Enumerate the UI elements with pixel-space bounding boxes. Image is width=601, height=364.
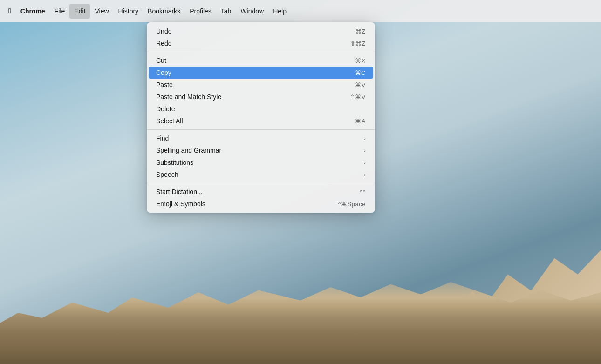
paste-shortcut: ⌘V (355, 81, 366, 88)
undo-label: Undo (156, 27, 171, 35)
copy-menu-item[interactable]: Copy ⌘C (149, 67, 373, 79)
separator-2 (147, 129, 375, 130)
find-label: Find (156, 135, 169, 142)
window-menu-item[interactable]: Window (236, 4, 268, 19)
spelling-submenu-arrow: › (364, 148, 366, 153)
cut-label: Cut (156, 57, 166, 64)
delete-label: Delete (156, 105, 175, 113)
dictation-label: Start Dictation... (156, 188, 203, 195)
speech-submenu-arrow: › (364, 172, 366, 177)
desktop:  Chrome File Edit View History Bookmark… (0, 0, 601, 364)
redo-menu-item[interactable]: Redo ⇧⌘Z (149, 37, 373, 49)
substitutions-label: Substitutions (156, 159, 193, 166)
redo-label: Redo (156, 40, 171, 47)
paste-match-shortcut: ⇧⌘V (350, 94, 366, 101)
delete-menu-item[interactable]: Delete (149, 103, 373, 115)
chrome-menu-item[interactable]: Chrome (16, 4, 50, 19)
substitutions-menu-item[interactable]: Substitutions › (149, 156, 373, 169)
emoji-label: Emoji & Symbols (156, 200, 205, 208)
menubar:  Chrome File Edit View History Bookmark… (0, 0, 601, 22)
separator-3 (147, 183, 375, 183)
spelling-menu-item[interactable]: Spelling and Grammar › (149, 144, 373, 156)
file-menu-item[interactable]: File (50, 4, 70, 19)
undo-menu-item[interactable]: Undo ⌘Z (149, 25, 373, 37)
profiles-menu-item[interactable]: Profiles (185, 4, 216, 19)
edit-dropdown-menu: Undo ⌘Z Redo ⇧⌘Z Cut ⌘X Copy ⌘C Paste ⌘V… (147, 22, 375, 213)
bookmarks-menu-item[interactable]: Bookmarks (143, 4, 185, 19)
paste-label: Paste (156, 81, 173, 88)
select-all-label: Select All (156, 117, 183, 125)
find-menu-item[interactable]: Find › (149, 132, 373, 144)
cut-menu-item[interactable]: Cut ⌘X (149, 54, 373, 67)
paste-menu-item[interactable]: Paste ⌘V (149, 79, 373, 91)
help-menu-item[interactable]: Help (268, 4, 291, 19)
find-submenu-arrow: › (364, 135, 366, 141)
rocks-decoration (368, 201, 601, 364)
redo-shortcut: ⇧⌘Z (350, 40, 366, 47)
paste-match-menu-item[interactable]: Paste and Match Style ⇧⌘V (149, 91, 373, 103)
copy-shortcut: ⌘C (355, 69, 366, 76)
substitutions-submenu-arrow: › (364, 160, 366, 165)
view-menu-item[interactable]: View (90, 4, 113, 19)
emoji-menu-item[interactable]: Emoji & Symbols ^⌘Space (149, 198, 373, 210)
speech-label: Speech (156, 171, 178, 178)
emoji-shortcut: ^⌘Space (338, 201, 366, 208)
paste-match-label: Paste and Match Style (156, 93, 221, 101)
dictation-menu-item[interactable]: Start Dictation... ^^ (149, 186, 373, 198)
undo-shortcut: ⌘Z (355, 28, 366, 35)
separator-1 (147, 52, 375, 52)
select-all-menu-item[interactable]: Select All ⌘A (149, 115, 373, 127)
cut-shortcut: ⌘X (355, 57, 366, 64)
select-all-shortcut: ⌘A (355, 118, 366, 125)
speech-menu-item[interactable]: Speech › (149, 169, 373, 181)
copy-label: Copy (156, 69, 171, 76)
dictation-shortcut: ^^ (360, 189, 366, 195)
apple-menu-item[interactable]:  (4, 4, 16, 19)
history-menu-item[interactable]: History (114, 4, 143, 19)
edit-menu-item[interactable]: Edit (69, 4, 90, 19)
tab-menu-item[interactable]: Tab (216, 4, 236, 19)
spelling-label: Spelling and Grammar (156, 147, 221, 154)
